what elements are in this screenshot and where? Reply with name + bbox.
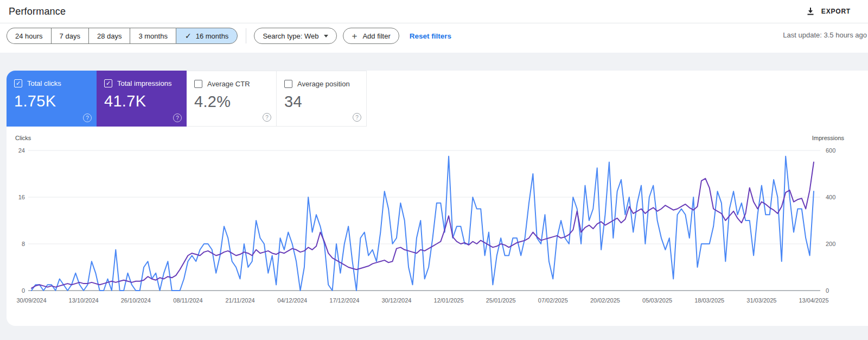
x-axis-tick: 17/12/2024 xyxy=(329,297,359,304)
x-axis-tick: 13/04/2025 xyxy=(799,297,828,304)
search-type-dropdown[interactable]: Search type: Web xyxy=(254,28,337,44)
metric-value: 41.7K xyxy=(104,92,179,110)
metric-label: Average position xyxy=(297,80,350,88)
help-icon[interactable]: ? xyxy=(173,114,182,122)
metric-label: Average CTR xyxy=(207,80,250,88)
metric-value: 34 xyxy=(284,93,359,111)
chip-label: 3 months xyxy=(138,32,167,40)
x-axis-tick: 12/01/2025 xyxy=(434,297,464,304)
x-axis-tick: 26/10/2024 xyxy=(121,297,151,304)
performance-chart[interactable]: 008200164002460030/09/202413/10/202426/1… xyxy=(7,147,868,310)
right-axis-tick: 600 xyxy=(826,147,835,154)
chip-label: 28 days xyxy=(97,32,122,40)
x-axis-tick: 13/10/2024 xyxy=(69,297,99,304)
date-range-3-months[interactable]: 3 months xyxy=(130,28,175,44)
left-axis-tick: 16 xyxy=(18,194,25,200)
metric-total-impressions[interactable]: ✓ Total impressions 41.7K ? xyxy=(97,71,187,127)
axis-titles: Clicks Impressions xyxy=(15,135,844,141)
add-filter-label: Add filter xyxy=(362,32,390,40)
checkbox-checked-icon[interactable]: ✓ xyxy=(14,79,22,87)
metric-value: 4.2% xyxy=(194,93,269,111)
x-axis-tick: 30/12/2024 xyxy=(381,297,411,304)
export-button[interactable]: EXPORT xyxy=(806,7,851,16)
right-axis-tick: 0 xyxy=(826,287,829,294)
date-range-7-days[interactable]: 7 days xyxy=(51,28,88,44)
performance-panel: ✓ Total clicks 1.75K ? ✓ Total impressio… xyxy=(7,71,868,326)
metric-value: 1.75K xyxy=(14,92,89,110)
metric-average-ctr[interactable]: Average CTR 4.2% ? xyxy=(187,71,277,127)
download-icon xyxy=(806,7,815,16)
toolbar-divider xyxy=(246,28,246,43)
x-axis-tick: 25/01/2025 xyxy=(486,297,516,304)
checkbox-unchecked-icon[interactable] xyxy=(194,80,202,88)
checkbox-checked-icon[interactable]: ✓ xyxy=(104,79,112,87)
left-axis-tick: 0 xyxy=(22,287,25,294)
x-axis-tick: 08/11/2024 xyxy=(173,297,202,304)
date-range-16-months[interactable]: ✓ 16 months xyxy=(176,28,238,44)
clicks-line xyxy=(31,156,814,291)
x-axis-tick: 21/11/2024 xyxy=(225,297,254,304)
chevron-down-icon xyxy=(324,35,328,37)
x-axis-tick: 05/03/2025 xyxy=(642,297,672,304)
plus-icon: + xyxy=(352,32,357,41)
help-icon[interactable]: ? xyxy=(263,113,271,122)
x-axis-tick: 18/03/2025 xyxy=(694,297,724,304)
checkbox-unchecked-icon[interactable] xyxy=(284,80,292,88)
chip-label: 24 hours xyxy=(15,32,43,40)
filter-toolbar: 24 hours 7 days 28 days 3 months ✓ 16 mo… xyxy=(0,23,868,53)
right-axis-title: Impressions xyxy=(812,135,844,141)
left-axis-tick: 24 xyxy=(18,147,25,154)
x-axis-tick: 07/02/2025 xyxy=(538,297,568,304)
page-title: Performance xyxy=(9,6,66,17)
metric-label: Total clicks xyxy=(27,79,61,87)
x-axis-tick: 04/12/2024 xyxy=(277,297,307,304)
help-icon[interactable]: ? xyxy=(83,114,92,122)
check-icon: ✓ xyxy=(185,32,192,40)
x-axis-tick: 20/02/2025 xyxy=(590,297,620,304)
help-icon[interactable]: ? xyxy=(353,113,361,122)
impressions-line xyxy=(31,162,814,288)
reset-filters-link[interactable]: Reset filters xyxy=(410,32,451,40)
metric-average-position[interactable]: Average position 34 ? xyxy=(277,71,367,127)
date-range-24-hours[interactable]: 24 hours xyxy=(7,28,51,44)
title-row: Performance EXPORT xyxy=(0,0,868,23)
x-axis-tick: 31/03/2025 xyxy=(746,297,776,304)
export-label: EXPORT xyxy=(821,8,851,15)
left-axis-tick: 8 xyxy=(22,241,25,247)
date-range-group: 24 hours 7 days 28 days 3 months ✓ 16 mo… xyxy=(7,28,238,44)
add-filter-button[interactable]: + Add filter xyxy=(343,28,399,44)
chip-label: 16 months xyxy=(196,32,229,40)
right-axis-tick: 400 xyxy=(826,194,835,200)
chip-label: 7 days xyxy=(60,32,80,40)
date-range-28-days[interactable]: 28 days xyxy=(88,28,130,44)
header: Performance EXPORT 24 hours 7 days 28 da… xyxy=(0,0,868,53)
metric-label: Total impressions xyxy=(117,79,171,87)
left-axis-title: Clicks xyxy=(15,135,31,141)
metrics-row: ✓ Total clicks 1.75K ? ✓ Total impressio… xyxy=(7,71,868,127)
metric-total-clicks[interactable]: ✓ Total clicks 1.75K ? xyxy=(7,71,97,127)
last-update-text: Last update: 3.5 hours ago xyxy=(783,31,867,39)
right-axis-tick: 200 xyxy=(826,241,835,247)
x-axis-tick: 30/09/2024 xyxy=(16,297,46,304)
search-type-label: Search type: Web xyxy=(263,32,318,40)
